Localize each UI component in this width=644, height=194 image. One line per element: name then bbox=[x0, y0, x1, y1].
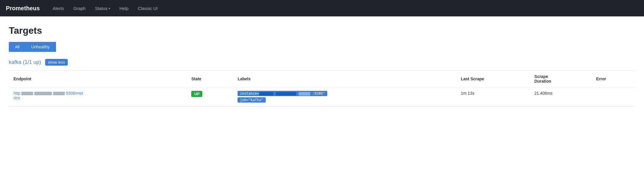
th-error: Error bbox=[592, 71, 635, 87]
redacted-block bbox=[53, 92, 65, 95]
redacted-instance-2 bbox=[276, 92, 296, 96]
error-cell bbox=[592, 87, 635, 106]
navbar-brand: Prometheus bbox=[6, 5, 40, 12]
filter-unhealthy-button[interactable]: Unhealthy bbox=[26, 42, 56, 52]
label-badge-job: job="kafka" bbox=[238, 97, 265, 103]
scrape-duration-cell: 21.406ms bbox=[530, 87, 592, 106]
nav-classic-ui[interactable]: Classic UI bbox=[134, 4, 162, 13]
targets-table: Endpoint State Labels Last Scrape Scrape… bbox=[9, 70, 635, 106]
th-scrape-duration: Scrape Duration bbox=[530, 71, 592, 87]
redacted-block bbox=[34, 92, 52, 95]
navbar: Prometheus Alerts Graph Status ▾ Help Cl… bbox=[0, 0, 644, 16]
th-last-scrape: Last Scrape bbox=[456, 71, 530, 87]
th-state: State bbox=[187, 71, 233, 87]
label-badge-instance: instance= :9308" bbox=[238, 91, 327, 96]
state-cell: UP bbox=[187, 87, 233, 106]
table-header-row: Endpoint State Labels Last Scrape Scrape… bbox=[9, 71, 635, 87]
page-title: Targets bbox=[9, 25, 635, 36]
table-body: http. 9308/metrics UP instance= bbox=[9, 87, 635, 106]
main-content: Targets All Unhealthy kafka (1/1 up) sho… bbox=[0, 16, 644, 115]
filter-all-button[interactable]: All bbox=[9, 42, 26, 52]
redacted-instance-3 bbox=[299, 92, 310, 96]
label-instance: instance= :9308" bbox=[238, 91, 451, 96]
chevron-down-icon: ▾ bbox=[109, 7, 110, 10]
nav-alerts[interactable]: Alerts bbox=[49, 4, 68, 13]
nav-links: Alerts Graph Status ▾ Help Classic UI bbox=[49, 4, 162, 13]
labels-cell: instance= :9308" job="kafka" bbox=[233, 87, 456, 106]
nav-status[interactable]: Status ▾ bbox=[91, 4, 114, 13]
redacted-instance-1 bbox=[259, 92, 274, 96]
filter-buttons: All Unhealthy bbox=[9, 42, 635, 52]
th-endpoint: Endpoint bbox=[9, 71, 187, 87]
kafka-section-header: kafka (1/1 up) show less bbox=[9, 59, 635, 66]
nav-help[interactable]: Help bbox=[115, 4, 133, 13]
label-job: job="kafka" bbox=[238, 97, 451, 103]
nav-graph[interactable]: Graph bbox=[69, 4, 90, 13]
th-labels: Labels bbox=[233, 71, 456, 87]
kafka-section-title[interactable]: kafka (1/1 up) bbox=[9, 59, 41, 65]
redacted-block bbox=[21, 92, 33, 95]
labels-container: instance= :9308" job="kafka" bbox=[238, 91, 451, 103]
table-head: Endpoint State Labels Last Scrape Scrape… bbox=[9, 71, 635, 87]
state-badge-up: UP bbox=[191, 91, 202, 97]
last-scrape-cell: 1m 13s bbox=[456, 87, 530, 106]
show-less-button[interactable]: show less bbox=[45, 59, 68, 66]
table-row: http. 9308/metrics UP instance= bbox=[9, 87, 635, 106]
endpoint-cell: http. 9308/metrics bbox=[9, 87, 187, 106]
endpoint-link[interactable]: http. 9308/metrics bbox=[13, 91, 83, 100]
